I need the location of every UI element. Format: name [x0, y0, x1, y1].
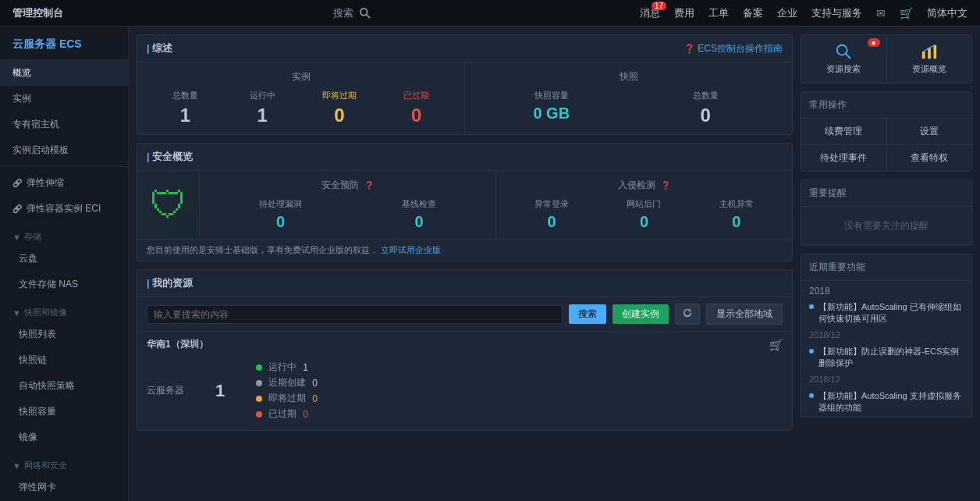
settings-btn[interactable]: 设置 [887, 119, 972, 144]
sidebar-item-label: 弹性伸缩 [27, 176, 64, 190]
sidebar-section-network[interactable]: ▼ 网络和安全 [0, 453, 128, 474]
collapse-icon: ▼ [12, 308, 21, 318]
sidebar-section-label: 网络和安全 [24, 460, 67, 471]
link-icon: 🔗 [12, 179, 22, 187]
detection-metrics: 异常登录 0 网站后门 0 主机异常 0 [506, 198, 783, 231]
sidebar-item-instances[interactable]: 实例 [0, 86, 128, 112]
svg-line-3 [846, 54, 850, 59]
svg-point-2 [837, 45, 847, 55]
metric-expired-label: 已过期 [378, 90, 455, 101]
svg-rect-4 [922, 52, 925, 59]
security-title: 安全概览 [147, 150, 193, 164]
sidebar-section-snapshots[interactable]: ▼ 快照和镜像 [0, 300, 128, 322]
resource-search-btn[interactable]: ● 资源搜索 [801, 35, 887, 83]
security-prevention: 安全预防 ❓ 待处理漏洞 0 基线检查 0 [200, 171, 496, 239]
create-instance-button[interactable]: 创建实例 [612, 304, 669, 324]
feature-text-3: 【新功能】AutoScaling 支持虚拟服务器组的功能 [818, 390, 964, 414]
status-recent: 近期创建 0 [256, 376, 318, 389]
resource-tools-card: ● 资源搜索 资源概览 [801, 34, 972, 84]
reminders-card: 重要提醒 没有需要关注的提醒 [801, 179, 972, 246]
status-expired-count: 0 [303, 409, 308, 420]
instance-metrics: 总数量 1 运行中 1 即将过期 0 [147, 90, 455, 126]
instance-section-label: 实例 [147, 70, 455, 84]
nav-item-fees[interactable]: 费用 [674, 6, 694, 20]
sidebar-item-label: 文件存储 NAS [19, 278, 78, 291]
resource-count: 1 [215, 381, 225, 401]
resources-search-input[interactable] [147, 305, 563, 324]
sidebar-item-autoscaling[interactable]: 🔗 弹性伸缩 [0, 170, 128, 196]
sidebar-section-storage[interactable]: ▼ 存储 [0, 225, 128, 246]
sidebar-item-label: 自动快照策略 [19, 379, 75, 393]
feature-month-1: 2018/12 [801, 329, 971, 343]
sidebar-item-nas[interactable]: 文件存储 NAS [0, 272, 128, 297]
view-privileges-btn[interactable]: 查看特权 [887, 145, 972, 171]
trial-enterprise-link[interactable]: 立即试用企业版 [381, 245, 441, 254]
vuln-value: 0 [259, 213, 302, 231]
sidebar-item-label: 快照链 [19, 354, 47, 367]
detection-help-icon[interactable]: ❓ [661, 181, 670, 190]
center-panel: 综述 ❓ ECS控制台操作指南 实例 总数量 1 [137, 34, 793, 493]
sidebar-item-label: 云盘 [19, 252, 37, 265]
nav-item-enterprise[interactable]: 企业 [777, 6, 797, 20]
status-dot-red [256, 411, 262, 418]
svg-point-0 [360, 8, 367, 15]
resource-region: 华南1（深圳） 🛒 云服务器 1 运行中 1 [137, 332, 792, 430]
refresh-button[interactable] [675, 304, 700, 325]
collapse-icon: ▼ [12, 461, 21, 471]
sidebar-item-snapshot-list[interactable]: 快照列表 [0, 322, 128, 347]
feature-item-2[interactable]: 【新功能】防止误删的神器-ECS实例删除保护 [801, 343, 971, 373]
host-anomaly-label: 主机异常 [719, 198, 754, 210]
sidebar-item-label: 弹性网卡 [19, 481, 56, 494]
sidebar-item-cloud-disk[interactable]: 云盘 [0, 246, 128, 272]
nav-item-ticket[interactable]: 工单 [708, 6, 729, 20]
status-recent-label: 近期创建 [268, 376, 306, 389]
sidebar-item-label: 快照列表 [19, 328, 56, 341]
metric-snap-cap-value: 0 GB [474, 105, 629, 123]
sidebar-item-dedicated-host[interactable]: 专有宿主机 [0, 112, 128, 137]
renew-manage-btn[interactable]: 续费管理 [801, 119, 886, 144]
resource-search-icon [835, 43, 852, 60]
sidebar-item-label: 弹性容器实例 ECI [27, 202, 101, 215]
detection-label: 入侵检测 ❓ [506, 179, 783, 192]
nav-item-lang[interactable]: 简体中文 [927, 6, 968, 20]
status-recent-count: 0 [312, 378, 318, 389]
sidebar-item-snapshot-policy[interactable]: 自动快照策略 [0, 373, 128, 399]
security-card: 安全概览 🛡 安全预防 ❓ [137, 143, 793, 261]
metric-total-value: 1 [147, 105, 224, 126]
sidebar-item-snapshot-capacity[interactable]: 快照容量 [0, 399, 128, 425]
top-navigation: 管理控制台 搜索 消息 17 费用 工单 备案 企业 支持与服务 ✉ 🛒 简体中… [0, 0, 980, 27]
pending-events-btn[interactable]: 待处理事件 [801, 145, 886, 171]
nav-item-message[interactable]: 消息 17 [640, 6, 660, 20]
overview-guide-link[interactable]: ❓ ECS控制台操作指南 [684, 42, 783, 55]
cart-icon[interactable]: 🛒 [900, 7, 913, 20]
search-icon[interactable] [360, 8, 371, 19]
my-resources-card: 我的资源 搜索 创建实例 显示全部地域 华南1（深圳） [137, 269, 793, 431]
overview-card-header: 综述 ❓ ECS控制台操作指南 [137, 35, 792, 62]
sidebar-item-launch-template[interactable]: 实例启动模板 [0, 137, 128, 163]
sidebar-item-eci[interactable]: 🔗 弹性容器实例 ECI [0, 196, 128, 222]
feature-text-1: 【新功能】AutoScaling 已有伸缩组如何快速切换可用区 [818, 301, 964, 325]
main-content: 综述 ❓ ECS控制台操作指南 实例 总数量 1 [129, 27, 980, 501]
sidebar-item-overview[interactable]: 概览 [0, 60, 128, 86]
vuln-metric: 待处理漏洞 0 [259, 198, 302, 231]
search-button[interactable]: 搜索 [569, 304, 606, 324]
nav-item-support[interactable]: 支持与服务 [811, 6, 862, 20]
resource-overview-icon [921, 43, 938, 60]
region-header: 华南1（深圳） 🛒 [147, 338, 783, 351]
collapse-icon: ▼ [12, 233, 21, 242]
feature-item-3[interactable]: 【新功能】AutoScaling 支持虚拟服务器组的功能 [801, 387, 971, 418]
prevention-help-icon[interactable]: ❓ [364, 181, 374, 190]
feature-item-1[interactable]: 【新功能】AutoScaling 已有伸缩组如何快速切换可用区 [801, 298, 971, 329]
nav-item-filing[interactable]: 备案 [743, 6, 763, 20]
resource-overview-btn[interactable]: 资源概览 [887, 35, 972, 83]
resource-type-label: 云服务器 [147, 384, 209, 397]
sidebar-item-snapshot-chain[interactable]: 快照链 [0, 347, 128, 373]
sidebar-item-eni[interactable]: 弹性网卡 [0, 474, 128, 500]
sidebar-item-image[interactable]: 镜像 [0, 425, 128, 450]
brand-title: 管理控制台 [12, 6, 63, 20]
feature-dot-2 [809, 349, 814, 354]
show-all-regions-button[interactable]: 显示全部地域 [706, 304, 783, 325]
link-icon: 🔗 [12, 204, 22, 213]
search-label: 搜索 [333, 6, 353, 20]
email-icon[interactable]: ✉ [876, 7, 886, 20]
